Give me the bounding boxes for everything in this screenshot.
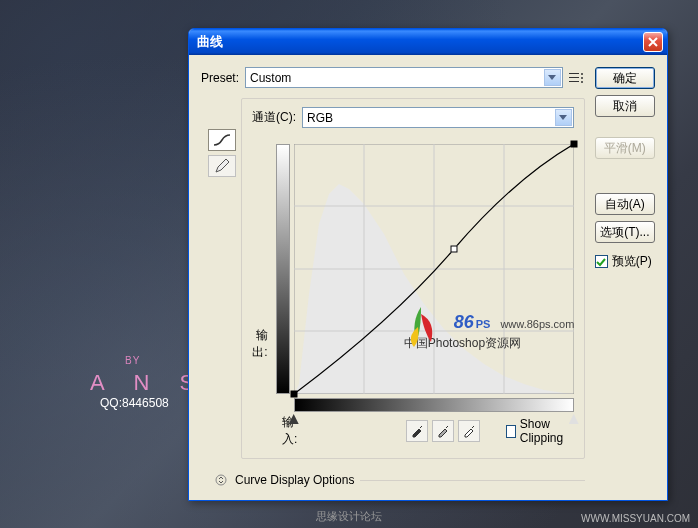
output-gradient [276, 144, 290, 394]
preset-combo[interactable]: Custom [245, 67, 563, 88]
eyedropper-gray[interactable] [432, 420, 454, 442]
chevron-down-icon [555, 109, 572, 126]
curve-display-options-label: Curve Display Options [235, 473, 354, 487]
curve-graph[interactable]: 86 PS www.86ps.com 中国Photoshop资源网 [294, 144, 574, 394]
eyedropper-icon [462, 424, 476, 438]
cancel-button[interactable]: 取消 [595, 95, 655, 117]
show-clipping-label: Show Clipping [520, 417, 574, 445]
curve-line [294, 144, 574, 394]
eyedropper-icon [436, 424, 450, 438]
chevron-down-icon [544, 69, 561, 86]
options-button[interactable]: 选项(T)... [595, 221, 655, 243]
channel-combo[interactable]: RGB [302, 107, 574, 128]
svg-point-3 [581, 73, 583, 75]
footer-url: WWW.MISSYUAN.COM [581, 513, 690, 524]
pencil-icon [214, 158, 230, 174]
chevron-expand-icon [215, 474, 227, 486]
pencil-tool-button[interactable] [208, 155, 236, 177]
preview-checkbox[interactable] [595, 255, 608, 268]
footer-text: 思缘设计论坛 [316, 509, 382, 524]
svg-rect-1 [569, 77, 579, 78]
close-icon [647, 36, 659, 48]
svg-rect-0 [569, 73, 579, 74]
auto-button[interactable]: 自动(A) [595, 193, 655, 215]
check-icon [596, 257, 606, 267]
curves-dialog: 曲线 Preset: Custom 通道(C): [188, 28, 668, 501]
curve-point-highlight[interactable] [570, 141, 577, 148]
preset-menu-button[interactable] [569, 71, 585, 85]
watermark-by: BY [125, 355, 140, 366]
channel-label: 通道(C): [252, 109, 296, 126]
curve-tool-button[interactable] [208, 129, 236, 151]
curve-point-mid[interactable] [450, 246, 457, 253]
channel-group: 通道(C): RGB [241, 98, 585, 459]
show-clipping-checkbox[interactable] [506, 425, 516, 438]
eyedropper-white[interactable] [458, 420, 480, 442]
eyedropper-icon [410, 424, 424, 438]
curve-point-shadow[interactable] [290, 391, 297, 398]
titlebar[interactable]: 曲线 [189, 29, 667, 55]
svg-point-4 [581, 77, 583, 79]
preset-value: Custom [250, 71, 291, 85]
dialog-title: 曲线 [197, 33, 643, 51]
ok-button[interactable]: 确定 [595, 67, 655, 89]
close-button[interactable] [643, 32, 663, 52]
divider [360, 480, 584, 481]
channel-value: RGB [307, 111, 333, 125]
eyedropper-black[interactable] [406, 420, 428, 442]
input-gradient [294, 398, 574, 412]
output-label: 输出: [252, 327, 268, 361]
preset-label: Preset: [201, 71, 239, 85]
preview-label: 预览(P) [612, 253, 652, 270]
curve-icon [213, 133, 231, 147]
curve-display-toggle[interactable] [213, 473, 229, 487]
watermark-qq: QQ:8446508 [100, 396, 169, 410]
svg-rect-2 [569, 81, 579, 82]
svg-point-5 [581, 81, 583, 83]
smooth-button: 平滑(M) [595, 137, 655, 159]
